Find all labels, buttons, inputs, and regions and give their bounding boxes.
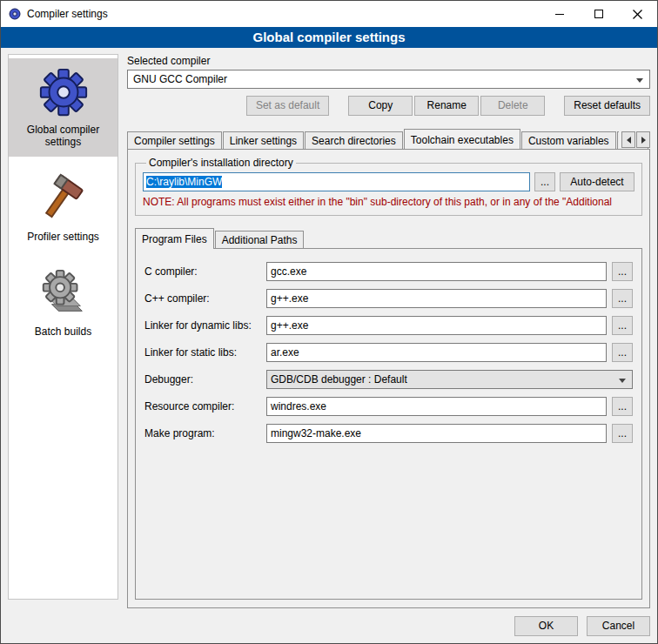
c-compiler-input[interactable]: gcc.exe <box>266 262 607 281</box>
tab-compiler-settings[interactable]: Compiler settings <box>127 131 222 149</box>
executables-tabbar: Program Files Additional Paths <box>135 227 642 248</box>
resource-compiler-input[interactable]: windres.exe <box>266 397 607 416</box>
close-button[interactable] <box>618 1 657 27</box>
dialog-body: Global compiler settings Profiler settin… <box>1 48 657 643</box>
close-icon <box>633 10 642 19</box>
minimize-icon <box>555 14 564 15</box>
cpp-compiler-row: C++ compiler: g++.exe ... <box>144 289 633 308</box>
c-compiler-label: C compiler: <box>144 265 266 278</box>
dynamic-linker-row: Linker for dynamic libs: g++.exe ... <box>144 316 633 335</box>
c-compiler-row: C compiler: gcc.exe ... <box>144 262 633 281</box>
minimize-button[interactable] <box>540 1 579 27</box>
cpp-compiler-browse-button[interactable]: ... <box>612 289 633 308</box>
sidebar-item-label: Batch builds <box>35 325 91 338</box>
tab-scroll-right-button[interactable] <box>636 131 650 148</box>
compiler-select-value: GNU GCC Compiler <box>133 73 227 85</box>
static-linker-browse-button[interactable]: ... <box>612 343 633 362</box>
sidebar-item-profiler-settings[interactable]: Profiler settings <box>9 165 118 252</box>
installation-directory-value: C:\raylib\MinGW <box>146 176 222 188</box>
tab-additional-paths[interactable]: Additional Paths <box>215 231 305 248</box>
make-program-input[interactable]: mingw32-make.exe <box>266 424 607 443</box>
compiler-settings-dialog: Compiler settings Global compiler settin… <box>0 0 658 644</box>
sidebar-item-label: Global compiler settings <box>11 124 115 148</box>
resource-compiler-label: Resource compiler: <box>144 400 266 413</box>
resource-compiler-row: Resource compiler: windres.exe ... <box>144 397 633 416</box>
dialog-footer: OK Cancel <box>514 616 650 636</box>
settings-tabbar: Compiler settings Linker settings Search… <box>127 128 650 149</box>
browse-directory-button[interactable]: ... <box>534 172 555 191</box>
sidebar-item-global-compiler-settings[interactable]: Global compiler settings <box>9 58 118 157</box>
copy-button[interactable]: Copy <box>348 96 413 116</box>
installation-note: NOTE: All programs must exist either in … <box>143 196 634 208</box>
tab-program-files[interactable]: Program Files <box>135 228 214 249</box>
tab-scroll-left-button[interactable] <box>621 131 635 148</box>
tab-linker-settings[interactable]: Linker settings <box>223 131 304 149</box>
selected-compiler-label: Selected compiler <box>127 55 650 67</box>
arrow-left-icon <box>627 137 631 144</box>
tab-search-directories[interactable]: Search directories <box>305 131 403 149</box>
ok-button[interactable]: OK <box>514 616 578 636</box>
reset-defaults-button[interactable]: Reset defaults <box>564 96 650 116</box>
cpp-compiler-input[interactable]: g++.exe <box>266 289 607 308</box>
make-program-row: Make program: mingw32-make.exe ... <box>144 424 633 443</box>
dynamic-linker-label: Linker for dynamic libs: <box>144 319 266 332</box>
maximize-button[interactable] <box>579 1 618 27</box>
dialog-heading: Global compiler settings <box>1 27 657 48</box>
chevron-down-icon <box>636 78 643 83</box>
static-linker-input[interactable]: ar.exe <box>266 343 607 362</box>
static-linker-label: Linker for static libs: <box>144 346 266 359</box>
dynamic-linker-browse-button[interactable]: ... <box>612 316 633 335</box>
dynamic-linker-input[interactable]: g++.exe <box>266 316 607 335</box>
program-files-panel: C compiler: gcc.exe ... C++ compiler: g+… <box>135 248 642 600</box>
rename-button[interactable]: Rename <box>414 96 479 116</box>
batch-builds-icon <box>37 267 91 321</box>
sidebar-item-label: Profiler settings <box>27 231 99 243</box>
blue-gear-icon <box>37 65 91 119</box>
sidebar-item-batch-builds[interactable]: Batch builds <box>9 260 118 346</box>
static-linker-row: Linker for static libs: ar.exe ... <box>144 343 633 362</box>
app-gear-icon <box>8 7 22 21</box>
title-bar: Compiler settings <box>1 1 657 27</box>
window-title: Compiler settings <box>27 8 540 20</box>
debugger-select[interactable]: GDB/CDB debugger : Default <box>266 370 633 389</box>
settings-sidebar: Global compiler settings Profiler settin… <box>8 54 118 600</box>
c-compiler-browse-button[interactable]: ... <box>612 262 633 281</box>
chevron-down-icon <box>619 379 626 383</box>
debugger-row: Debugger: GDB/CDB debugger : Default <box>144 370 633 389</box>
installation-directory-row: C:\raylib\MinGW ... Auto-detect <box>143 172 634 191</box>
tab-custom-variables[interactable]: Custom variables <box>521 131 616 149</box>
set-as-default-button[interactable]: Set as default <box>246 96 329 116</box>
installation-directory-group: Compiler's installation directory C:\ray… <box>135 157 642 216</box>
delete-button[interactable]: Delete <box>480 96 545 116</box>
arrow-right-icon <box>641 137 646 144</box>
profiler-hammer-icon <box>37 172 91 226</box>
cpp-compiler-label: C++ compiler: <box>144 292 266 305</box>
make-program-browse-button[interactable]: ... <box>612 424 633 443</box>
make-program-label: Make program: <box>144 427 266 439</box>
installation-directory-input[interactable]: C:\raylib\MinGW <box>143 172 530 191</box>
resource-compiler-browse-button[interactable]: ... <box>612 397 633 416</box>
compiler-select[interactable]: GNU GCC Compiler <box>127 70 650 89</box>
tab-scroll-buttons <box>619 131 650 148</box>
compiler-actions: Set as default Copy Rename Delete Reset … <box>127 96 650 116</box>
tab-toolchain-executables[interactable]: Toolchain executables <box>404 129 520 149</box>
debugger-select-value: GDB/CDB debugger : Default <box>271 373 407 386</box>
cancel-button[interactable]: Cancel <box>587 616 650 636</box>
main-content: Selected compiler GNU GCC Compiler Set a… <box>127 55 650 608</box>
maximize-icon <box>594 10 603 18</box>
auto-detect-button[interactable]: Auto-detect <box>560 172 634 191</box>
toolchain-executables-panel: Compiler's installation directory C:\ray… <box>127 149 650 608</box>
installation-directory-label: Compiler's installation directory <box>146 157 296 169</box>
debugger-label: Debugger: <box>144 373 266 386</box>
